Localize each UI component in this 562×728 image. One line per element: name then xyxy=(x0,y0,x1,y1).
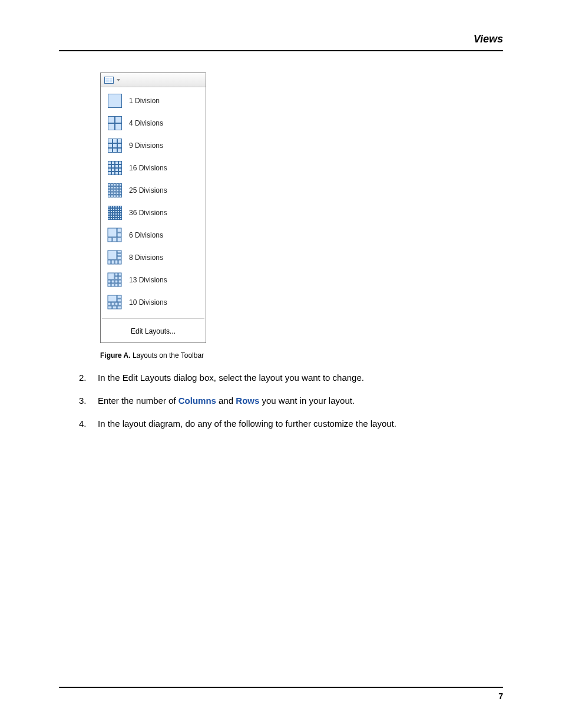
layouts-dropdown-menu: 1 Division4 Divisions9 Divisions16 Divis… xyxy=(100,73,206,343)
svg-rect-12 xyxy=(113,149,117,153)
svg-rect-47 xyxy=(114,192,116,195)
svg-rect-27 xyxy=(112,172,115,175)
svg-rect-53 xyxy=(117,195,119,197)
svg-rect-13 xyxy=(118,149,122,153)
svg-rect-120 xyxy=(117,299,121,302)
svg-rect-72 xyxy=(120,211,122,213)
svg-rect-108 xyxy=(115,276,118,279)
svg-rect-81 xyxy=(113,216,115,218)
svg-rect-21 xyxy=(119,165,122,168)
layout-option-label: 36 Divisions xyxy=(129,209,167,217)
menu-separator xyxy=(102,318,204,319)
layout-grid-icon xyxy=(107,115,123,131)
svg-rect-59 xyxy=(118,206,120,208)
layout-option[interactable]: 25 Divisions xyxy=(101,179,206,202)
svg-rect-69 xyxy=(113,211,115,213)
svg-rect-8 xyxy=(108,144,113,148)
svg-rect-42 xyxy=(114,189,116,192)
svg-rect-76 xyxy=(115,213,117,215)
step-text-fragment: In the Edit Layouts dialog box, select t… xyxy=(98,373,364,383)
layout-option[interactable]: 36 Divisions xyxy=(101,202,206,224)
svg-rect-124 xyxy=(118,302,121,305)
svg-rect-96 xyxy=(117,238,121,242)
layout-dropdown-icon[interactable] xyxy=(104,77,114,84)
page-footer: 7 xyxy=(59,687,503,701)
svg-rect-38 xyxy=(117,186,119,189)
svg-rect-73 xyxy=(108,213,110,215)
svg-rect-58 xyxy=(115,206,117,208)
svg-rect-1 xyxy=(108,117,115,123)
svg-rect-6 xyxy=(113,139,117,143)
svg-rect-51 xyxy=(111,195,113,197)
svg-rect-110 xyxy=(108,280,111,283)
svg-rect-100 xyxy=(117,256,121,259)
figure-caption-text: Layouts on the Toolbar xyxy=(133,351,204,360)
svg-rect-39 xyxy=(120,186,122,189)
chevron-down-icon[interactable] xyxy=(117,79,120,81)
svg-rect-16 xyxy=(115,162,118,164)
svg-rect-54 xyxy=(120,195,122,197)
figure: 1 Division4 Divisions9 Divisions16 Divis… xyxy=(100,73,503,360)
svg-rect-24 xyxy=(115,169,118,172)
svg-rect-121 xyxy=(108,302,111,305)
layout-option[interactable]: 10 Divisions xyxy=(101,291,206,314)
svg-rect-64 xyxy=(115,209,117,210)
svg-rect-11 xyxy=(108,149,113,153)
svg-rect-114 xyxy=(108,284,111,286)
svg-rect-35 xyxy=(108,186,111,189)
svg-rect-111 xyxy=(111,280,114,283)
layout-option-label: 25 Divisions xyxy=(129,186,167,195)
edit-layouts-label: Edit Layouts... xyxy=(131,327,176,335)
step-number: 3. xyxy=(79,394,90,407)
step-text-fragment: you want in your layout. xyxy=(259,396,355,406)
layout-option[interactable]: 4 Divisions xyxy=(101,112,206,134)
page-number: 7 xyxy=(498,691,503,701)
svg-rect-2 xyxy=(115,117,122,123)
edit-layouts-item[interactable]: Edit Layouts... xyxy=(101,321,206,342)
svg-rect-79 xyxy=(108,216,110,218)
instruction-steps: 2.In the Edit Layouts dialog box, select… xyxy=(79,371,503,430)
svg-rect-4 xyxy=(115,124,122,130)
layout-option[interactable]: 8 Divisions xyxy=(101,246,206,269)
svg-rect-88 xyxy=(115,218,117,220)
svg-rect-82 xyxy=(115,216,117,218)
layout-option[interactable]: 6 Divisions xyxy=(101,224,206,246)
layout-option[interactable]: 9 Divisions xyxy=(101,134,206,157)
step-number: 4. xyxy=(79,417,90,430)
svg-rect-3 xyxy=(108,124,115,130)
svg-rect-30 xyxy=(108,184,111,186)
svg-rect-49 xyxy=(120,192,122,195)
svg-rect-109 xyxy=(118,276,121,279)
svg-rect-65 xyxy=(118,209,120,210)
svg-rect-60 xyxy=(120,206,122,208)
svg-rect-106 xyxy=(115,273,118,276)
svg-rect-93 xyxy=(117,233,121,237)
svg-rect-77 xyxy=(118,213,120,215)
svg-rect-63 xyxy=(113,209,115,210)
svg-rect-95 xyxy=(113,238,117,242)
figure-caption: Figure A. Layouts on the Toolbar xyxy=(100,351,503,360)
svg-rect-52 xyxy=(114,195,116,197)
svg-rect-119 xyxy=(117,295,121,298)
layout-grid-icon xyxy=(107,205,123,221)
svg-rect-17 xyxy=(119,162,122,164)
svg-rect-15 xyxy=(112,162,115,164)
svg-rect-37 xyxy=(114,186,116,189)
svg-rect-9 xyxy=(113,144,117,148)
svg-rect-101 xyxy=(108,260,111,264)
svg-rect-126 xyxy=(113,306,117,309)
svg-rect-44 xyxy=(120,189,122,192)
svg-rect-33 xyxy=(117,184,119,186)
svg-rect-87 xyxy=(113,218,115,220)
svg-rect-23 xyxy=(112,169,115,172)
svg-rect-45 xyxy=(108,192,111,195)
layout-option[interactable]: 13 Divisions xyxy=(101,269,206,291)
svg-rect-41 xyxy=(111,189,113,192)
svg-rect-104 xyxy=(118,260,121,264)
svg-rect-116 xyxy=(115,284,118,286)
layout-option-label: 1 Division xyxy=(129,97,160,105)
keyword: Rows xyxy=(236,396,259,406)
layout-option[interactable]: 1 Division xyxy=(101,90,206,112)
svg-rect-107 xyxy=(118,273,121,276)
layout-option[interactable]: 16 Divisions xyxy=(101,157,206,179)
